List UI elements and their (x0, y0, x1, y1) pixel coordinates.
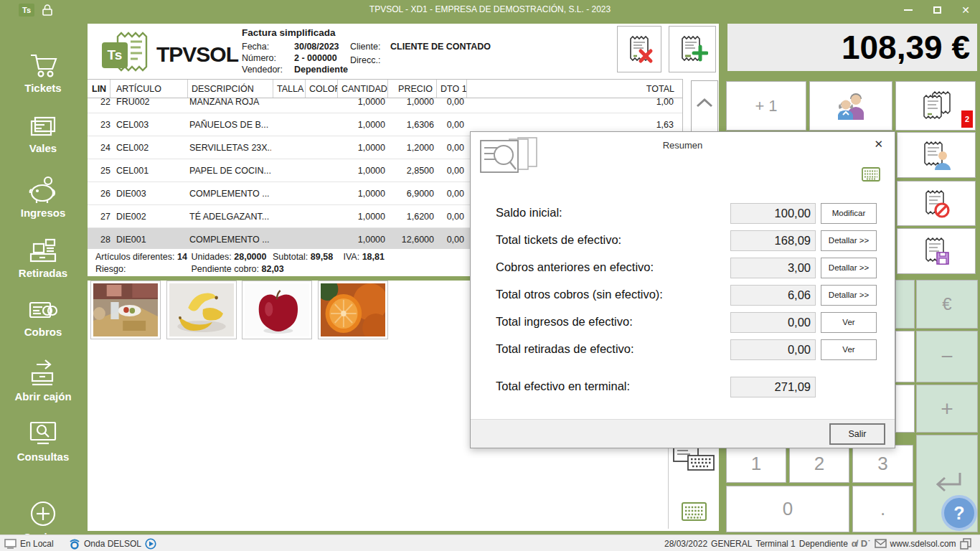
delete-ticket-button[interactable] (617, 26, 661, 72)
cell-total: 1,00 (467, 98, 674, 113)
table-row[interactable]: 22 FRU002 MANZANA ROJA 1,0000 1,0000 0,0… (88, 98, 683, 113)
col-dto1[interactable]: DTO 1 (437, 80, 467, 98)
summary-line-1: Artículos diferentes: 14 Unidades: 28,00… (95, 252, 385, 262)
col-precio[interactable]: PRECIO (388, 80, 437, 98)
help-button[interactable]: ? (941, 495, 977, 531)
customers-button[interactable] (809, 81, 892, 131)
pending-tickets-button[interactable]: 2 (895, 81, 976, 131)
website-link[interactable]: www.sdelsol.com (890, 539, 956, 549)
numero-field: Número: (242, 53, 276, 63)
key-plus[interactable]: + (916, 385, 978, 433)
onda-label: Onda DELSOL (84, 539, 141, 549)
key-euro[interactable]: € (916, 280, 978, 329)
bananas-photo (169, 283, 234, 336)
enter-icon (928, 468, 966, 499)
articulos-label: Artículos diferentes: (95, 252, 174, 262)
alpha-icon[interactable]: α̸ (852, 538, 857, 549)
ticket-cancel-icon (919, 186, 953, 222)
col-cantidad[interactable]: CANTIDAD (338, 80, 388, 98)
session-empresa: GENERAL (711, 539, 752, 549)
pendiente-label: Pendiente cobro: (191, 264, 259, 274)
modificar-button[interactable]: Modificar (821, 203, 877, 224)
cell-cantidad: 1,0000 (338, 205, 385, 228)
product-image-orange[interactable] (318, 281, 388, 339)
detallar-cobros-button[interactable]: Detallar >> (821, 258, 877, 278)
resumen-dialog: Resumen ✕ Saldo inicial: 100,00 Modifica… (470, 131, 895, 448)
product-image-food[interactable] (90, 281, 161, 339)
window-title: TPVSOL - XD1 - EMPRESA DE DEMOSTRACIÓN, … (0, 4, 980, 14)
key-dot[interactable]: . (852, 486, 913, 532)
new-ticket-button[interactable] (669, 26, 716, 72)
sidebar-item-tickets[interactable]: Tickets (0, 52, 86, 94)
otros-cobros-label: Total otros cobros (sin efectivo): (496, 288, 663, 301)
sidebar-item-label: Consultas (0, 451, 86, 463)
sidebar-item-abrir-cajon[interactable]: Abrir cajón (0, 359, 86, 402)
subtotal-value: 89,58 (311, 252, 333, 262)
cell-lin: 24 (89, 136, 110, 159)
play-icon[interactable] (145, 538, 156, 550)
sidebar-item-cobros[interactable]: Cobros (0, 298, 86, 338)
unidades-label: Unidades: (191, 252, 231, 262)
keypad-partial-key[interactable] (895, 331, 915, 382)
mail-icon[interactable] (875, 539, 887, 548)
col-total[interactable]: TOTAL (467, 80, 683, 98)
cell-precio: 1,6306 (388, 113, 434, 136)
cell-descripcion: TÉ ADELGAZANT... (189, 205, 271, 228)
cell-cantidad: 1,0000 (338, 136, 385, 159)
sidebar-item-retiradas[interactable]: Retiradas (0, 235, 86, 279)
col-color[interactable]: COLOR (306, 80, 338, 98)
keypad-partial-key[interactable] (895, 280, 915, 329)
cobros-anteriores-label: Cobros anteriores en efectivo: (496, 260, 654, 274)
salir-button[interactable]: Salir (829, 423, 885, 445)
col-descripcion[interactable]: DESCRIPCIÓN (188, 80, 273, 98)
maximize-icon (933, 6, 941, 14)
save-ticket-button[interactable] (897, 228, 976, 274)
maximize-button[interactable] (923, 0, 951, 20)
keyboard-icon[interactable] (862, 167, 880, 182)
detallar-tickets-button[interactable]: Detallar >> (821, 230, 877, 251)
sidebar: Tickets Vales Ingresos Retiradas Cobros (0, 20, 86, 531)
session-user: Dependiente (799, 539, 848, 549)
key-1[interactable]: 1 (726, 445, 786, 483)
key-0[interactable]: 0 (726, 486, 849, 532)
assign-customer-ticket-button[interactable] (897, 132, 976, 178)
key-2[interactable]: 2 (789, 445, 849, 483)
ver-ingresos-button[interactable]: Ver (821, 312, 877, 333)
col-articulo[interactable]: ARTÍCULO (113, 80, 188, 98)
tickets-stack-icon (917, 88, 954, 124)
sidebar-item-vales[interactable]: Vales (0, 115, 86, 154)
detallar-otros-button[interactable]: Detallar >> (821, 285, 877, 306)
cell-precio: 1,2000 (388, 136, 434, 159)
copy-doc-icon[interactable] (960, 538, 971, 550)
minimize-button[interactable] (894, 0, 923, 20)
sidebar-item-ingresos[interactable]: Ingresos (0, 174, 86, 219)
fecha-value: 30/08/2023 (294, 42, 339, 52)
session-date: 28/03/2022 (664, 539, 707, 549)
keypad-partial-key[interactable] (895, 385, 915, 433)
product-image-bananas[interactable] (166, 281, 237, 339)
cell-lin: 22 (89, 98, 110, 113)
key-minus[interactable]: − (916, 331, 978, 382)
keyboard-icon[interactable] (682, 502, 707, 522)
cell-descripcion: PAPEL DE COCIN... (189, 159, 271, 182)
close-button[interactable]: ✕ (951, 0, 980, 20)
fecha-label: Fecha: (242, 42, 269, 52)
product-image-apple[interactable] (242, 281, 312, 339)
ticket-customer-icon (919, 137, 953, 173)
dialog-close-button[interactable]: ✕ (870, 136, 887, 153)
cell-precio: 12,6000 (388, 228, 434, 249)
cell-articulo: FRU002 (116, 98, 187, 113)
col-lin[interactable]: LIN (89, 80, 110, 98)
cell-dto: 0,00 (437, 159, 464, 182)
ver-retiradas-button[interactable]: Ver (821, 339, 877, 360)
onda-delsol[interactable]: Onda DELSOL (69, 535, 156, 551)
cell-descripcion: MANZANA ROJA (189, 98, 271, 113)
doc-type-title: Factura simplificada (242, 27, 336, 38)
sidebar-item-consultas[interactable]: Consultas (0, 419, 86, 463)
otros-cobros-value: 6,06 (730, 285, 816, 306)
cancel-ticket-button[interactable] (897, 181, 976, 226)
col-talla[interactable]: TALLA (273, 80, 306, 98)
key-3[interactable]: 3 (852, 445, 913, 483)
d-icon[interactable]: D˙ (861, 538, 871, 549)
plus-one-button[interactable]: + 1 (726, 81, 806, 131)
